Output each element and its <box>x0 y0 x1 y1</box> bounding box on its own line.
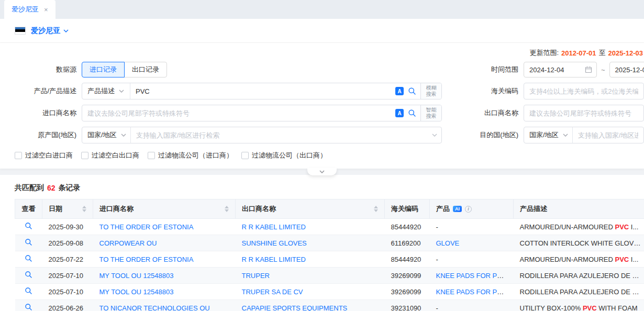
hs-code-input[interactable] <box>524 83 644 99</box>
date-cell: 2025-07-10 <box>42 268 93 284</box>
product-link[interactable]: GLOVE <box>436 239 460 247</box>
view-record-button[interactable] <box>25 287 32 295</box>
hs-code-cell: 39231090 <box>385 300 430 311</box>
filter-blank-exporter-checkbox[interactable]: 过滤空白出口商 <box>81 151 139 160</box>
description-text: RODILLERA PARA AZULEJERO DE <box>520 272 639 280</box>
exporter-link[interactable]: R R KABEL LIMITED <box>242 223 306 231</box>
exporter-link[interactable]: TRUPER SA DE CV <box>242 288 303 296</box>
hs-code-cell: 39269099 <box>385 284 430 300</box>
date-start-value: 2024-12-04 <box>529 66 564 74</box>
exporter-name-input[interactable] <box>524 105 644 121</box>
keyword-highlight: PVC <box>615 223 629 231</box>
date-range-separator: ~ <box>601 66 605 74</box>
search-magnifier-icon[interactable] <box>408 109 416 117</box>
filter-row-origin: 原产国(地区) 国家/地区 目的国(地区) 国家/地区 <box>15 127 629 143</box>
filter-row-product: 产品/产品描述 产品描述 A 模糊搜索 <box>15 83 629 99</box>
hs-code-cell: 85444920 <box>385 251 430 268</box>
date-start-input[interactable]: 2024-12-04 <box>524 62 597 77</box>
search-magnifier-icon[interactable] <box>408 87 416 95</box>
checkbox-icon[interactable] <box>81 152 88 159</box>
view-record-button[interactable] <box>25 238 32 246</box>
tab-estonia[interactable]: 爱沙尼亚 × <box>4 0 55 19</box>
exporter-link[interactable]: SUNSHINE GLOVES <box>242 239 307 247</box>
header-description: 产品描述 <box>514 199 644 219</box>
smart-search-button[interactable]: 智能搜索 <box>420 105 441 121</box>
importer-link[interactable]: TO THE ORDER OF ESTONIA <box>99 256 194 263</box>
description-text: ARMOURED/UN-ARMOURED <box>520 256 615 263</box>
sort-icon[interactable] <box>374 206 378 212</box>
importer-label: 进口商名称 <box>15 108 76 118</box>
collapse-filters-button[interactable] <box>307 168 337 175</box>
header-hs-code: 海关编码 <box>385 199 430 219</box>
checkbox-icon[interactable] <box>15 152 22 159</box>
product-link[interactable]: KNEE PADS FOR PVC T... <box>436 288 514 296</box>
description-text: I... <box>629 223 638 231</box>
destination-country-input[interactable] <box>573 127 643 143</box>
tab-bar: 爱沙尼亚 × <box>0 0 644 19</box>
product-cell: - <box>430 251 514 268</box>
product-type-select[interactable]: 产品描述 <box>82 83 130 99</box>
translate-icon[interactable]: A <box>395 87 404 95</box>
checkbox-icon[interactable] <box>148 152 155 159</box>
checkbox-label: 过滤空白进口商 <box>25 151 73 160</box>
view-record-button[interactable] <box>25 271 32 279</box>
sort-icon[interactable] <box>225 206 229 212</box>
estonia-flag-icon <box>15 27 26 35</box>
exporter-link[interactable]: R R KABEL LIMITED <box>242 256 306 263</box>
description-text: UTILITY BOX-100% <box>520 304 583 311</box>
results-panel: 共匹配到 62 条记录 查看 日期 进口商名称 <box>0 175 644 311</box>
importer-link[interactable]: MY TOOL OU 12548803 <box>99 272 174 280</box>
filter-checkbox-row: 过滤空白进口商 过滤空白出口商 过滤物流公司（进口商） 过滤物流公司（出口商） <box>15 151 629 160</box>
info-icon[interactable]: i <box>465 206 472 213</box>
description-cell: RODILLERA PARA AZULEJERO DE PVC <box>514 284 644 300</box>
import-records-toggle[interactable]: 进口记录 <box>82 62 125 77</box>
product-link[interactable]: KNEE PADS FOR PVC T... <box>436 272 514 280</box>
importer-link[interactable]: MY TOOL OU 12548803 <box>99 288 174 296</box>
view-record-button[interactable] <box>25 254 32 262</box>
results-count: 62 <box>47 184 55 192</box>
table-row: 2025-09-30 TO THE ORDER OF ESTONIA R R K… <box>15 219 644 235</box>
header-importer: 进口商名称 <box>93 199 236 219</box>
description-text: COTTON INTERLOCK WHITE GLOVES... <box>520 239 644 247</box>
chevron-down-icon[interactable] <box>63 29 69 32</box>
time-range-label: 时间范围 <box>442 65 518 74</box>
view-record-button[interactable] <box>25 222 32 230</box>
tab-close-icon[interactable]: × <box>44 6 48 13</box>
product-cell: - <box>430 219 514 235</box>
date-end-input[interactable]: 2025-12-03 <box>609 62 644 77</box>
importer-link[interactable]: TO THE ORDER OF ESTONIA <box>99 223 194 231</box>
importer-name-input[interactable] <box>82 105 391 121</box>
translate-icon[interactable]: A <box>395 109 404 117</box>
calendar-icon[interactable] <box>585 66 592 73</box>
description-text: ARMOURED/UN-ARMOURED <box>520 223 615 231</box>
update-range-start: 2012-07-01 <box>561 49 596 57</box>
importer-link[interactable]: TO NICANOR TECHNOLOGIES OU <box>99 304 210 311</box>
product-cell: - <box>430 300 514 311</box>
sort-icon[interactable] <box>82 206 86 212</box>
country-name[interactable]: 爱沙尼亚 <box>31 26 60 36</box>
date-cell: 2025-07-10 <box>42 284 93 300</box>
origin-country-select[interactable]: 国家/地区 <box>82 127 131 143</box>
fuzzy-search-button[interactable]: 模糊搜索 <box>420 83 441 99</box>
filter-blank-importer-checkbox[interactable]: 过滤空白进口商 <box>15 151 73 160</box>
origin-label: 原产国(地区) <box>15 130 76 140</box>
view-record-button[interactable] <box>25 303 32 311</box>
exporter-link[interactable]: TRUPER <box>242 272 270 280</box>
date-cell: 2025-07-22 <box>42 251 93 268</box>
export-records-toggle[interactable]: 出口记录 <box>124 62 167 77</box>
origin-country-input[interactable] <box>131 127 428 143</box>
chevron-down-icon[interactable] <box>432 134 437 137</box>
summary-suffix: 条记录 <box>59 183 81 193</box>
header-exporter-label: 出口商名称 <box>242 204 276 214</box>
exporter-link[interactable]: CAPAPIE SPORTS EQUIPMENTS <box>242 304 348 311</box>
filter-logistics-importer-checkbox[interactable]: 过滤物流公司（进口商） <box>148 151 233 160</box>
checkbox-icon[interactable] <box>241 152 249 159</box>
filter-logistics-exporter-checkbox[interactable]: 过滤物流公司（出口商） <box>241 151 327 160</box>
hs-code-cell: 39269099 <box>385 268 430 284</box>
product-search-input[interactable] <box>130 83 391 99</box>
destination-country-select[interactable]: 国家/地区 <box>524 127 573 143</box>
keyword-highlight: PVC <box>615 256 629 263</box>
destination-country-select-value: 国家/地区 <box>529 130 559 140</box>
importer-link[interactable]: CORPOWEAR OU <box>99 239 157 247</box>
records-table: 查看 日期 进口商名称 出口商名称 海关编码 <box>15 199 644 311</box>
